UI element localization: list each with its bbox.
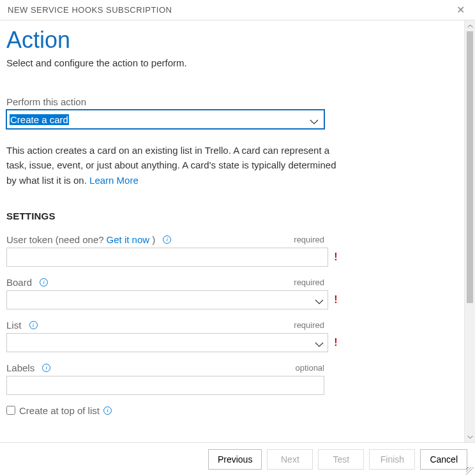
learn-more-link[interactable]: Learn More: [89, 175, 139, 186]
required-badge: required: [294, 278, 324, 287]
user-token-label-post: ): [152, 234, 155, 245]
test-button[interactable]: Test: [318, 449, 364, 470]
chevron-down-icon: [315, 297, 324, 303]
dialog-header: NEW SERVICE HOOKS SUBSCRIPTION ✕: [0, 0, 475, 20]
list-select[interactable]: [6, 333, 328, 352]
action-select-value: Create a card: [10, 114, 69, 125]
scrollbar[interactable]: [464, 20, 475, 442]
action-select[interactable]: Create a card: [6, 110, 324, 129]
info-icon[interactable]: i: [29, 321, 38, 329]
chevron-down-icon: [315, 339, 324, 346]
get-token-link[interactable]: Get it now: [107, 234, 150, 245]
labels-label: Labels: [6, 362, 34, 373]
next-button[interactable]: Next: [267, 449, 313, 470]
close-icon[interactable]: ✕: [454, 4, 468, 16]
action-label: Perform this action: [6, 96, 86, 107]
dialog-title: NEW SERVICE HOOKS SUBSCRIPTION: [8, 5, 172, 15]
create-top-label: Create at top of list: [19, 405, 100, 416]
error-icon: !: [332, 294, 340, 306]
dialog-content: Action Select and configure the action t…: [0, 20, 464, 442]
create-top-checkbox[interactable]: [6, 406, 15, 415]
cancel-button[interactable]: Cancel: [420, 449, 467, 470]
scroll-thumb[interactable]: [467, 31, 473, 303]
info-icon[interactable]: i: [42, 364, 50, 372]
required-badge: required: [294, 320, 324, 330]
required-badge: required: [294, 235, 324, 244]
optional-badge: optional: [295, 363, 324, 373]
info-icon[interactable]: i: [103, 406, 112, 415]
dialog-footer: Previous Next Test Finish Cancel: [0, 442, 475, 476]
finish-button[interactable]: Finish: [369, 449, 415, 470]
user-token-label-pre: User token (need one?: [6, 234, 104, 245]
action-description: This action creates a card on an existin…: [6, 143, 338, 188]
labels-input[interactable]: [6, 376, 324, 395]
previous-button[interactable]: Previous: [208, 449, 262, 470]
page-title: Action: [6, 27, 458, 54]
board-label: Board: [6, 277, 32, 288]
board-select[interactable]: [6, 290, 328, 309]
scroll-up-icon[interactable]: [465, 20, 475, 31]
list-label: List: [6, 320, 21, 331]
info-icon[interactable]: i: [40, 278, 48, 286]
info-icon[interactable]: i: [163, 235, 171, 244]
error-icon: !: [332, 337, 340, 348]
error-icon: !: [332, 251, 340, 263]
settings-header: SETTINGS: [6, 211, 458, 221]
user-token-input[interactable]: [6, 248, 328, 267]
page-subtitle: Select and configure the action to perfo…: [6, 57, 458, 68]
chevron-down-icon: [310, 116, 319, 123]
scroll-down-icon[interactable]: [465, 431, 475, 442]
scroll-track[interactable]: [465, 31, 475, 431]
